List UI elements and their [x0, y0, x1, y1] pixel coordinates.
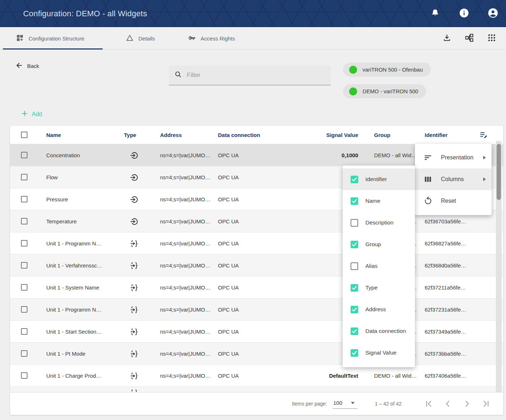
add-label: Add — [32, 111, 42, 117]
active-tab-indicator — [3, 48, 103, 50]
check-icon — [351, 197, 358, 205]
edit-columns-button[interactable] — [479, 130, 488, 140]
table-row[interactable]: Unit 1 - Start Section… ns=4;s=|var|JUMO… — [10, 320, 503, 342]
apps-grid-button[interactable] — [486, 33, 497, 43]
cell-signal-value: 0,1000 — [296, 144, 358, 166]
cell-name: Unit 1 - Pt Mode — [46, 343, 85, 365]
arrow-left-icon — [15, 61, 23, 70]
row-checkbox[interactable] — [21, 152, 27, 158]
table-row[interactable]: Unit 1 - System Name ns=4;s=|var|JUMO… O… — [10, 276, 503, 298]
tab-access-rights[interactable]: Access Rights — [187, 27, 235, 50]
column-header-name[interactable]: Name — [46, 126, 61, 144]
grid-dots-icon — [487, 33, 496, 44]
device-chip-varitron-ofenbau[interactable]: variTRON 500 - Ofenbau — [343, 63, 431, 77]
download-icon — [442, 33, 451, 44]
column-header-type[interactable]: Type — [124, 126, 136, 144]
columns-icon — [424, 175, 432, 184]
menu-item[interactable]: Presentation — [415, 147, 492, 168]
check-icon — [351, 241, 358, 248]
info-button[interactable] — [458, 8, 470, 20]
hierarchy-icon — [465, 33, 474, 44]
cell-data-connection: OPC UA — [218, 166, 239, 188]
row-checkbox[interactable] — [21, 328, 27, 335]
column-toggle-item[interactable]: Signal Value — [343, 342, 415, 364]
scrollbar-thumb[interactable] — [497, 144, 501, 200]
column-header-data-connection[interactable]: Data connection — [218, 126, 260, 144]
column-header-group[interactable]: Group — [374, 126, 390, 144]
row-checkbox[interactable] — [21, 174, 27, 180]
cell-address: ns=4;s=|var|JUMO… — [160, 299, 211, 321]
column-toggle-item[interactable]: Name — [343, 190, 415, 212]
cell-address: ns=4;s=|var|JUMO… — [160, 321, 211, 343]
table-row[interactable]: Unit 1 - Pt Mode ns=4;s=|var|JUMO… OPC U… — [10, 342, 503, 364]
download-button[interactable] — [442, 33, 452, 43]
row-checkbox[interactable] — [21, 284, 27, 291]
items-per-page-select[interactable]: 100 — [333, 399, 357, 409]
column-toggle-item[interactable]: Description — [343, 212, 415, 233]
signal-input-icon — [130, 173, 139, 182]
cell-identifier: 62f37349a56fe… — [425, 321, 466, 343]
table-row[interactable]: Unit 1 - Programm N… ns=4;s=|var|JUMO… O… — [10, 232, 503, 254]
column-toggle-label: Identifier — [365, 176, 387, 183]
column-checkbox[interactable] — [351, 219, 358, 227]
column-toggle-item[interactable]: Type — [343, 277, 415, 299]
function-signal-icon — [130, 389, 138, 392]
column-checkbox[interactable] — [351, 197, 358, 205]
signal-input-icon — [130, 217, 139, 226]
column-toggle-label: Data connection — [365, 328, 406, 334]
cell-address: ns=4;s=|var|JUMO… — [160, 254, 211, 277]
column-header-signal-value[interactable]: Signal Value — [296, 126, 358, 144]
cell-name: Pressure — [46, 188, 68, 210]
vertical-scrollbar[interactable] — [496, 141, 502, 392]
column-toggle-item[interactable]: Address — [343, 299, 415, 320]
row-checkbox[interactable] — [21, 196, 27, 202]
avatar-icon — [488, 8, 498, 20]
column-toggle-item[interactable]: Identifier — [343, 168, 415, 190]
device-chip-demo-varitron[interactable]: DEMO - variTRON 500 — [343, 84, 426, 98]
key-icon — [187, 34, 196, 43]
table-row[interactable]: Unit 1 - Charge Prod… ns=4;s=|var|JUMO… … — [10, 364, 503, 386]
row-checkbox[interactable] — [21, 262, 27, 269]
column-header-identifier[interactable]: Identifier — [425, 126, 447, 144]
notifications-button[interactable] — [429, 8, 441, 20]
row-checkbox[interactable] — [21, 218, 27, 224]
column-checkbox[interactable] — [351, 327, 358, 335]
column-toggle-item[interactable]: Alias — [343, 255, 415, 277]
menu-item[interactable]: Reset — [415, 190, 492, 212]
column-checkbox[interactable] — [351, 349, 358, 357]
cell-group: DEMO - all Wid… — [374, 144, 417, 166]
select-all-checkbox[interactable] — [21, 132, 27, 138]
tab-configuration-structure[interactable]: Configuration Structure — [16, 27, 84, 50]
column-checkbox[interactable] — [351, 241, 358, 248]
column-checkbox[interactable] — [351, 176, 358, 183]
configuration-page: Configuration: DEMO - all Widgets — [0, 0, 506, 420]
last-page-button[interactable] — [481, 399, 491, 408]
column-header-address[interactable]: Address — [160, 126, 182, 144]
row-checkbox[interactable] — [21, 372, 27, 379]
account-button[interactable] — [487, 8, 499, 20]
tab-details[interactable]: Details — [126, 27, 155, 50]
first-page-button[interactable] — [424, 399, 433, 408]
column-checkbox[interactable] — [351, 284, 358, 292]
column-toggle-item[interactable]: Data connection — [343, 320, 415, 342]
partially-visible-row — [10, 386, 503, 392]
add-button[interactable]: Add — [21, 109, 42, 120]
next-page-button[interactable] — [462, 399, 472, 408]
column-toggle-item[interactable]: Group — [343, 233, 415, 255]
table-row[interactable]: Unit 1 - Verfahrenssc… ns=4;s=|var|JUMO…… — [10, 254, 503, 276]
table-row[interactable]: Unit 1 - Programm N… ns=4;s=|var|JUMO… O… — [10, 298, 503, 320]
paginator: Items per page: 100 1 – 42 of 42 — [10, 392, 503, 415]
type-icon — [130, 166, 139, 188]
hierarchy-button[interactable] — [464, 33, 474, 43]
back-button[interactable]: Back — [15, 58, 39, 74]
column-checkbox[interactable] — [351, 306, 358, 313]
chip-label: DEMO - variTRON 500 — [363, 88, 418, 94]
filter-input[interactable] — [187, 65, 331, 85]
column-checkbox[interactable] — [351, 262, 358, 270]
menu-item[interactable]: Columns — [415, 168, 492, 190]
function-signal-icon — [130, 283, 138, 292]
previous-page-button[interactable] — [443, 399, 453, 408]
row-checkbox[interactable] — [21, 240, 27, 247]
row-checkbox[interactable] — [21, 306, 27, 313]
row-checkbox[interactable] — [21, 350, 27, 357]
